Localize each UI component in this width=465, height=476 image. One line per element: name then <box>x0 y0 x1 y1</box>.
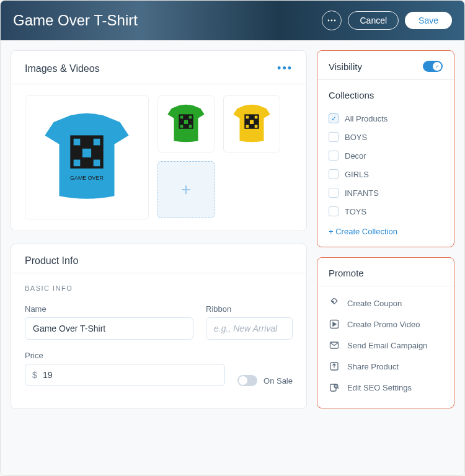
checkbox[interactable] <box>329 113 339 123</box>
svg-rect-18 <box>255 116 258 119</box>
visibility-card: Visibility ✓ Collections All ProductsBOY… <box>317 50 454 247</box>
tshirt-yellow-icon <box>228 100 276 148</box>
collections-title: Collections <box>329 90 443 100</box>
visibility-toggle[interactable]: ✓ <box>423 61 443 72</box>
currency-symbol: $ <box>32 370 37 380</box>
collection-item[interactable]: All Products <box>329 109 443 128</box>
collection-label: INFANTS <box>345 188 379 198</box>
product-thumb-2[interactable] <box>223 95 280 152</box>
share-icon <box>329 361 340 372</box>
svg-rect-21 <box>255 125 258 128</box>
promote-label: Send Email Campaign <box>347 341 427 350</box>
collection-item[interactable]: Decor <box>329 146 443 165</box>
name-label: Name <box>25 304 193 314</box>
collection-item[interactable]: TOYS <box>329 202 443 221</box>
ribbon-label: Ribbon <box>206 304 293 314</box>
svg-rect-15 <box>189 125 192 128</box>
collection-label: TOYS <box>345 207 366 216</box>
svg-rect-17 <box>246 116 249 119</box>
collection-label: Decor <box>345 151 366 161</box>
promote-item[interactable]: Share Product <box>329 356 443 377</box>
svg-rect-19 <box>250 120 254 124</box>
promote-label: Create Coupon <box>347 299 402 308</box>
product-header: Game Over T-Shirt Cancel Save <box>1 1 464 40</box>
more-options-button[interactable] <box>322 11 342 30</box>
svg-rect-13 <box>184 120 188 124</box>
header-actions: Cancel Save <box>322 11 452 30</box>
tshirt-green-icon <box>162 100 210 148</box>
promote-card: Promote Create CouponCreate Promo VideoS… <box>317 257 454 408</box>
svg-rect-22 <box>331 298 337 304</box>
svg-rect-12 <box>189 116 192 119</box>
dots-icon <box>327 19 336 22</box>
collection-label: BOYS <box>345 133 367 142</box>
plus-icon: + <box>181 180 191 200</box>
ribbon-input[interactable] <box>206 317 293 340</box>
images-videos-card: Images & Videos ••• <box>11 50 307 231</box>
checkbox[interactable] <box>329 206 339 216</box>
promote-item[interactable]: Create Coupon <box>329 293 443 314</box>
visibility-title: Visibility <box>329 61 362 72</box>
tag-icon <box>329 298 340 309</box>
svg-rect-4 <box>74 139 81 146</box>
svg-rect-5 <box>94 139 100 146</box>
product-info-card: Product Info BASIC INFO Name Ribbon <box>11 244 307 409</box>
save-button[interactable]: Save <box>405 12 452 29</box>
collection-item[interactable]: INFANTS <box>329 183 443 202</box>
promote-item[interactable]: Create Promo Video <box>329 314 443 335</box>
svg-point-23 <box>332 301 334 302</box>
product-thumb-1[interactable] <box>157 95 215 152</box>
promote-label: Share Product <box>347 362 399 371</box>
checkbox[interactable] <box>329 151 339 161</box>
on-sale-label: On Sale <box>264 376 293 386</box>
price-label: Price <box>25 351 225 360</box>
collection-item[interactable]: GIRLS <box>329 165 443 183</box>
basic-info-label: BASIC INFO <box>25 284 293 292</box>
svg-rect-14 <box>180 125 184 128</box>
name-input[interactable] <box>25 317 193 340</box>
images-menu-button[interactable]: ••• <box>277 62 293 75</box>
check-icon: ✓ <box>435 64 440 69</box>
svg-text:GAME OVER: GAME OVER <box>70 175 104 181</box>
collection-label: GIRLS <box>345 170 369 179</box>
promote-item[interactable]: Edit SEO Settings <box>329 377 443 398</box>
tshirt-blue-icon: GAME OVER <box>32 102 142 213</box>
cancel-button[interactable]: Cancel <box>348 11 399 30</box>
add-image-button[interactable]: + <box>157 161 215 218</box>
promote-label: Create Promo Video <box>347 320 420 329</box>
svg-point-0 <box>328 20 330 22</box>
on-sale-toggle[interactable] <box>237 375 257 386</box>
svg-rect-7 <box>74 160 81 167</box>
promote-label: Edit SEO Settings <box>347 383 412 392</box>
create-collection-link[interactable]: + Create Collection <box>329 227 397 236</box>
promote-item[interactable]: Send Email Campaign <box>329 335 443 356</box>
product-main-image[interactable]: GAME OVER <box>25 95 149 219</box>
price-input[interactable] <box>25 364 225 386</box>
product-info-title: Product Info <box>25 255 78 267</box>
collection-item[interactable]: BOYS <box>329 128 443 146</box>
svg-point-1 <box>331 20 333 22</box>
promote-title: Promote <box>329 268 443 286</box>
svg-point-2 <box>334 20 336 22</box>
collection-label: All Products <box>345 114 388 123</box>
svg-rect-11 <box>180 116 184 119</box>
checkbox[interactable] <box>329 132 339 142</box>
page-title: Game Over T-Shirt <box>13 12 138 29</box>
checkbox[interactable] <box>329 188 339 198</box>
svg-rect-8 <box>94 160 100 167</box>
svg-rect-6 <box>82 149 91 157</box>
seo-icon <box>329 382 340 393</box>
checkbox[interactable] <box>329 169 339 179</box>
images-title: Images & Videos <box>25 63 100 74</box>
svg-rect-20 <box>246 125 249 128</box>
mail-icon <box>329 340 340 351</box>
play-icon <box>329 319 340 330</box>
